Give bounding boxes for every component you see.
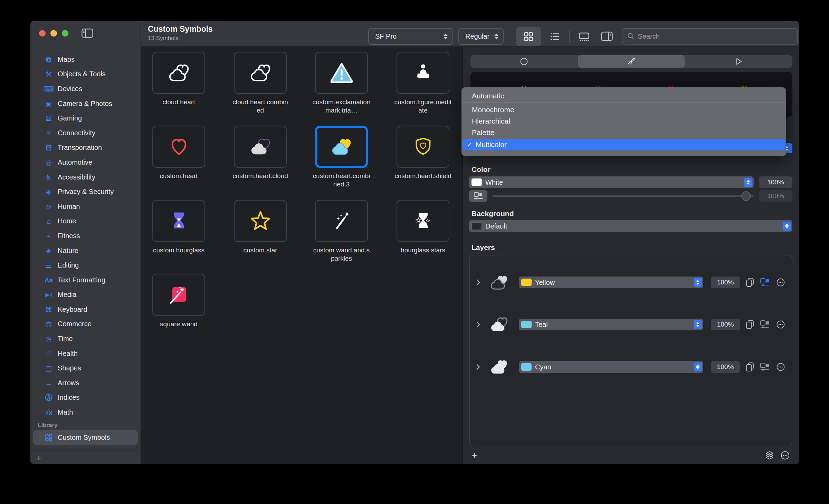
list-view-button[interactable] — [545, 27, 565, 46]
duplicate-layer-button[interactable] — [745, 319, 754, 330]
symbol-thumbnail[interactable] — [397, 126, 449, 168]
symbol-thumbnail[interactable] — [234, 200, 287, 242]
symbol-thumbnail[interactable] — [234, 52, 287, 94]
symbol-thumbnail[interactable] — [152, 126, 205, 168]
close-window-button[interactable] — [39, 30, 46, 37]
layer-color-select[interactable]: Yellow — [519, 277, 703, 288]
opacity-slider-knob[interactable] — [741, 191, 751, 201]
layer-stack-button[interactable] — [765, 450, 774, 460]
sidebar-item-devices[interactable]: ⌨Devices — [30, 81, 141, 96]
sidebar-item-camera-photos[interactable]: ◉Camera & Photos — [30, 96, 141, 111]
sidebar-item-arrows[interactable]: →Arrows — [30, 376, 141, 390]
sidebar-item-text-formatting[interactable]: AaText Formatting — [30, 273, 141, 288]
opacity-slider-field[interactable]: 100% — [759, 190, 792, 202]
sidebar-item-media[interactable]: ▶‖Media — [30, 288, 141, 302]
layer-color-select[interactable]: Teal — [519, 319, 703, 330]
opacity-slider-track[interactable] — [493, 195, 754, 197]
symbol-tile-custom-figure-meditate[interactable]: custom.figure.meditate — [397, 52, 449, 94]
add-library-button[interactable]: + — [36, 453, 41, 462]
duplicate-layer-button[interactable] — [745, 362, 754, 372]
sidebar-item-fitness[interactable]: ⌁Fitness — [30, 229, 141, 243]
font-weight-select[interactable]: Regular — [458, 28, 504, 45]
sidebar-item-human[interactable]: ☺Human — [30, 199, 141, 214]
sidebar-item-home[interactable]: ⌂Home — [30, 214, 141, 229]
duplicate-layer-button[interactable] — [745, 277, 754, 288]
add-layer-button[interactable]: + — [472, 451, 477, 460]
search-input[interactable] — [638, 32, 792, 40]
layer-more-button[interactable] — [776, 320, 785, 329]
sidebar-item-automotive[interactable]: ◎Automotive — [30, 155, 141, 170]
layer-opacity-field[interactable]: 100% — [711, 319, 740, 330]
chevron-right-icon[interactable] — [475, 321, 484, 328]
symbol-thumbnail[interactable] — [234, 126, 287, 168]
symbol-thumbnail[interactable] — [152, 200, 205, 242]
layer-color-select[interactable]: Cyan — [519, 361, 703, 373]
opacity-mode-button[interactable] — [469, 190, 487, 202]
sidebar-item-shapes[interactable]: ▢Shapes — [30, 361, 141, 376]
menu-item-hierarchical[interactable]: Hierarchical — [461, 115, 786, 127]
sidebar-item-editing[interactable]: ☰Editing — [30, 258, 141, 273]
symbol-tile-custom-heart[interactable]: custom.heart — [152, 126, 205, 168]
minimize-window-button[interactable] — [50, 30, 57, 37]
layers-more-button[interactable] — [780, 450, 790, 460]
chevron-right-icon[interactable] — [475, 364, 484, 370]
symbol-thumbnail[interactable] — [315, 200, 368, 242]
font-family-select[interactable]: SF Pro — [368, 28, 453, 45]
sidebar-item-time[interactable]: ◷Time — [30, 331, 141, 346]
symbol-tile-cloud-heart[interactable]: cloud.heart — [152, 52, 205, 94]
symbol-tile-custom-wand-and-sparkles[interactable]: custom.wand.and.sparkles — [315, 200, 368, 242]
color-opacity-field[interactable]: 100% — [759, 176, 792, 188]
sidebar-item-nature[interactable]: ♣Nature — [30, 243, 141, 258]
menu-item-monochrome[interactable]: Monochrome — [461, 104, 786, 115]
sidebar-item-math[interactable]: √xMath — [30, 405, 141, 416]
search-field[interactable] — [622, 28, 798, 45]
sidebar-item-keyboard[interactable]: ⌘Keyboard — [30, 302, 141, 317]
layer-opacity-field[interactable]: 100% — [711, 361, 740, 373]
symbol-tile-custom-hourglass[interactable]: custom.hourglass — [152, 200, 205, 242]
tab-info[interactable] — [470, 55, 578, 68]
layer-color-mode-button[interactable] — [760, 278, 770, 287]
tab-rendering[interactable] — [578, 55, 685, 68]
toggle-inspector-button[interactable] — [599, 29, 614, 44]
layer-opacity-field[interactable]: 100% — [711, 277, 740, 288]
sidebar-item-accessibility[interactable]: ♿Accessibility — [30, 170, 141, 185]
symbol-tile-custom-heart-shield[interactable]: custom.heart.shield — [397, 126, 449, 168]
sidebar-item-health[interactable]: ♡Health — [30, 346, 141, 361]
color-select[interactable]: White — [469, 176, 754, 188]
sidebar-item-objects-tools[interactable]: ⚒Objects & Tools — [30, 67, 141, 82]
menu-item-automatic[interactable]: Automatic — [461, 90, 786, 101]
symbol-thumbnail[interactable] — [152, 52, 205, 94]
layer-more-button[interactable] — [776, 362, 785, 372]
symbol-tile-custom-heart-combined-3[interactable]: custom.heart.combined.3 — [315, 126, 368, 168]
grid-view-button[interactable] — [516, 27, 541, 46]
layer-color-mode-button[interactable] — [760, 362, 770, 371]
symbol-tile-cloud-heart-combined[interactable]: cloud.heart.combined — [234, 52, 287, 94]
symbol-tile-hourglass-stars[interactable]: hourglass.stars — [397, 200, 449, 242]
sidebar-item-transportation[interactable]: ⊟Transportation — [30, 140, 141, 155]
symbol-thumbnail[interactable] — [315, 126, 368, 168]
sidebar-item-privacy-security[interactable]: ◈Privacy & Security — [30, 184, 141, 199]
sidebar-item-indices[interactable]: ⒶIndices — [30, 390, 141, 405]
symbol-thumbnail[interactable] — [315, 52, 368, 94]
symbol-tile-custom-exclamationmark-tria[interactable]: custom.exclamationmark.tria… — [315, 52, 368, 94]
chevron-right-icon[interactable] — [475, 279, 484, 286]
symbol-tile-custom-heart-cloud[interactable]: custom.heart.cloud — [234, 126, 287, 168]
gallery-view-button[interactable] — [573, 27, 595, 46]
menu-item-palette[interactable]: Palette — [461, 127, 786, 138]
background-select[interactable]: Default — [469, 220, 792, 232]
zoom-window-button[interactable] — [62, 30, 68, 37]
sidebar-item-commerce[interactable]: ⚖Commerce — [30, 317, 141, 332]
tab-animation[interactable] — [685, 55, 792, 68]
symbol-tile-square-wand[interactable]: square.wand — [152, 274, 205, 316]
symbol-thumbnail[interactable] — [397, 200, 449, 242]
symbol-thumbnail[interactable] — [397, 52, 449, 94]
sidebar-item-gaming[interactable]: ⚄Gaming — [30, 111, 141, 126]
toggle-sidebar-icon[interactable] — [81, 28, 94, 39]
symbol-tile-custom-star[interactable]: custom.star — [234, 200, 287, 242]
sidebar-item-connectivity[interactable]: ⚡Connectivity — [30, 126, 141, 140]
sidebar-item-maps[interactable]: ⧉Maps — [30, 52, 141, 67]
layer-color-mode-button[interactable] — [760, 320, 770, 329]
menu-item-multicolor[interactable]: ✓Multicolor — [463, 139, 785, 150]
sidebar-item-custom-symbols[interactable]: Custom Symbols — [33, 430, 138, 445]
symbol-thumbnail[interactable] — [152, 274, 205, 316]
